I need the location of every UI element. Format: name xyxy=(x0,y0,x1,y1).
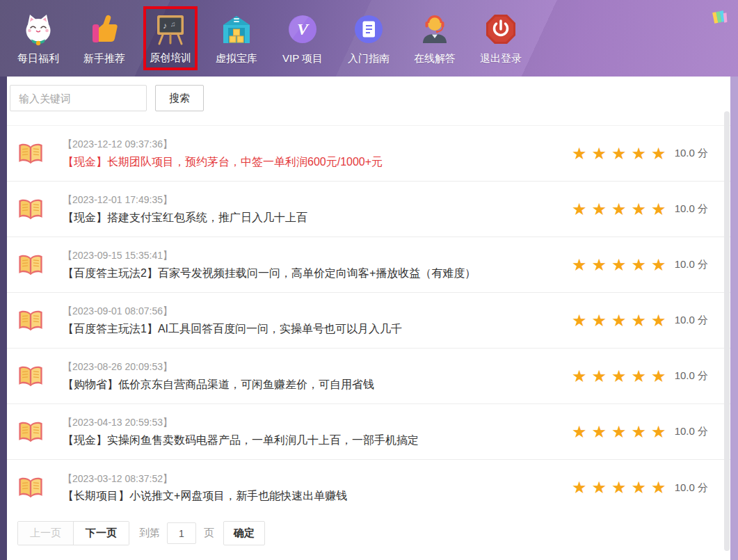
item-text: 【2023-08-26 20:09:53】【购物省】低价京东自营商品渠道，可闲鱼… xyxy=(63,361,567,391)
nav-item-newbie-recommend[interactable]: 新手推荐 xyxy=(77,7,131,70)
rating: ★★★★★10.0 分 xyxy=(567,368,708,385)
item-title-link[interactable]: 【百度答主玩法2】百家号发视频挂载问一问，高单价定向询客+播放收益（有难度） xyxy=(63,266,567,280)
list-item[interactable]: 【2023-09-01 08:07:56】【百度答主玩法1】AI工具回答百度问一… xyxy=(7,293,730,349)
blackboard-icon: ♪ ♫ xyxy=(154,12,187,45)
list-item[interactable]: 【2023-08-26 20:09:53】【购物省】低价京东自营商品渠道，可闲鱼… xyxy=(7,349,730,404)
score-label: 10.0 分 xyxy=(675,369,708,383)
item-title-link[interactable]: 【百度答主玩法1】AI工具回答百度问一问，实操单号也可以月入几千 xyxy=(63,322,567,335)
list-item[interactable]: 【2023-04-13 20:59:53】【现金】实操闲鱼售卖数码电器产品，一单… xyxy=(7,404,730,460)
book-icon xyxy=(17,253,44,277)
item-timestamp: 【2023-12-01 17:49:35】 xyxy=(63,194,567,206)
item-title-link[interactable]: 【现金】实操闲鱼售卖数码电器产品，一单利润几十上百，一部手机搞定 xyxy=(63,433,567,447)
top-navigation-bar: 每日福利 新手推荐 ♪ ♫ 原创培训 虚拟宝库 V VIP 项目 入门指南 在线… xyxy=(0,0,738,77)
page-unit-label: 页 xyxy=(204,527,214,540)
nav-item-logout[interactable]: 退出登录 xyxy=(474,7,528,70)
scrollbar-thumb[interactable] xyxy=(724,111,730,551)
svg-text:V: V xyxy=(297,20,310,38)
confirm-page-button[interactable]: 确定 xyxy=(223,521,265,545)
star-icon: ★ xyxy=(611,201,627,218)
pagination: 上一页 下一页 到第 页 确定 xyxy=(17,521,730,545)
star-icon: ★ xyxy=(632,479,647,496)
item-text: 【2023-12-01 17:49:35】【现金】搭建支付宝红包系统，推广日入几… xyxy=(63,194,567,224)
score-label: 10.0 分 xyxy=(675,425,708,438)
page-number-input[interactable] xyxy=(167,522,196,544)
star-icon: ★ xyxy=(611,368,627,385)
rating: ★★★★★10.0 分 xyxy=(567,312,708,329)
nav-item-label: 原创培训 xyxy=(150,51,191,65)
nav-item-label: 在线解答 xyxy=(414,52,456,65)
nav-item-online-support[interactable]: 在线解答 xyxy=(408,7,462,70)
item-text: 【2023-09-15 15:35:41】【百度答主玩法2】百家号发视频挂载问一… xyxy=(63,250,567,280)
star-icon: ★ xyxy=(592,257,607,273)
item-timestamp: 【2023-12-12 09:37:36】 xyxy=(63,138,567,150)
list-item[interactable]: 【2023-12-01 17:49:35】【现金】搭建支付宝红包系统，推广日入几… xyxy=(7,182,730,237)
star-icon: ★ xyxy=(651,145,666,162)
score-label: 10.0 分 xyxy=(675,258,708,271)
star-icon: ★ xyxy=(572,201,587,218)
star-icon: ★ xyxy=(611,424,627,440)
star-icon: ★ xyxy=(651,424,666,440)
next-page-button[interactable]: 下一页 xyxy=(74,522,129,545)
nav-item-daily-welfare[interactable]: 每日福利 xyxy=(11,7,65,70)
main-nav: 每日福利 新手推荐 ♪ ♫ 原创培训 虚拟宝库 V VIP 项目 入门指南 在线… xyxy=(0,0,738,77)
star-icon: ★ xyxy=(572,312,587,329)
svg-text:♫: ♫ xyxy=(170,20,176,28)
support-agent-icon xyxy=(418,13,451,46)
book-icon xyxy=(17,476,44,499)
nav-item-label: 新手推荐 xyxy=(83,52,125,65)
thumbs-up-icon xyxy=(88,13,121,46)
item-timestamp: 【2023-08-26 20:09:53】 xyxy=(63,361,567,373)
list-item[interactable]: 【2023-12-12 09:37:36】【现金】长期团队项目，预约茅台，中签一… xyxy=(7,126,730,182)
star-icon: ★ xyxy=(611,145,627,162)
rating: ★★★★★10.0 分 xyxy=(567,201,708,218)
star-icon: ★ xyxy=(632,257,647,273)
star-icon: ★ xyxy=(611,257,627,273)
course-list: 【2023-12-12 09:37:36】【现金】长期团队项目，预约茅台，中签一… xyxy=(7,125,730,515)
nav-item-vip-project[interactable]: V VIP 项目 xyxy=(275,7,330,70)
star-icon: ★ xyxy=(592,424,607,440)
star-icon: ★ xyxy=(611,479,627,496)
star-icon: ★ xyxy=(572,424,587,440)
list-item[interactable]: 【2023-09-15 15:35:41】【百度答主玩法2】百家号发视频挂载问一… xyxy=(7,237,730,293)
score-label: 10.0 分 xyxy=(675,147,708,160)
search-input[interactable] xyxy=(10,85,147,111)
svg-text:♪: ♪ xyxy=(163,21,167,31)
score-label: 10.0 分 xyxy=(675,202,708,216)
item-text: 【2023-12-12 09:37:36】【现金】长期团队项目，预约茅台，中签一… xyxy=(63,138,567,168)
page-left-margin xyxy=(0,0,7,560)
goto-page-label: 到第 xyxy=(139,527,160,540)
star-icon: ★ xyxy=(572,145,587,162)
rating: ★★★★★10.0 分 xyxy=(567,479,708,496)
item-title-link[interactable]: 【购物省】低价京东自营商品渠道，可闲鱼赚差价，可自用省钱 xyxy=(63,378,567,391)
page-right-margin xyxy=(730,0,738,560)
nav-item-label: 退出登录 xyxy=(480,52,522,65)
guide-doc-icon xyxy=(352,13,385,46)
nav-item-label: 入门指南 xyxy=(348,52,390,65)
star-icon: ★ xyxy=(651,312,666,329)
star-icon: ★ xyxy=(632,368,647,385)
book-icon xyxy=(17,420,44,444)
star-icon: ★ xyxy=(572,368,587,385)
nav-item-beginner-guide[interactable]: 入门指南 xyxy=(342,7,396,70)
star-icon: ★ xyxy=(651,479,666,496)
book-icon xyxy=(17,309,44,333)
item-text: 【2023-03-12 08:37:52】【长期项目】小说推文+网盘项目，新手也… xyxy=(63,473,567,503)
star-icon: ★ xyxy=(632,201,647,218)
item-title-link[interactable]: 【现金】长期团队项目，预约茅台，中签一单利润600元/1000+元 xyxy=(63,155,567,168)
list-item[interactable]: 【2023-03-12 08:37:52】【长期项目】小说推文+网盘项目，新手也… xyxy=(7,460,730,515)
star-icon: ★ xyxy=(651,368,666,385)
item-title-link[interactable]: 【现金】搭建支付宝红包系统，推广日入几十上百 xyxy=(63,211,567,224)
item-timestamp: 【2023-04-13 20:59:53】 xyxy=(63,417,567,429)
item-timestamp: 【2023-03-12 08:37:52】 xyxy=(63,473,567,485)
item-title-link[interactable]: 【长期项目】小说推文+网盘项目，新手也能快速出单赚钱 xyxy=(63,489,567,502)
power-icon xyxy=(484,13,518,46)
star-icon: ★ xyxy=(651,201,666,218)
item-text: 【2023-04-13 20:59:53】【现金】实操闲鱼售卖数码电器产品，一单… xyxy=(63,417,567,447)
search-button[interactable]: 搜索 xyxy=(155,85,204,111)
nav-item-original-training[interactable]: ♪ ♫ 原创培训 xyxy=(143,6,198,70)
rating: ★★★★★10.0 分 xyxy=(567,145,708,162)
nav-item-label: 每日福利 xyxy=(17,52,59,65)
score-label: 10.0 分 xyxy=(675,314,708,327)
nav-item-virtual-treasury[interactable]: 虚拟宝库 xyxy=(209,7,264,70)
prev-page-button[interactable]: 上一页 xyxy=(18,522,74,545)
